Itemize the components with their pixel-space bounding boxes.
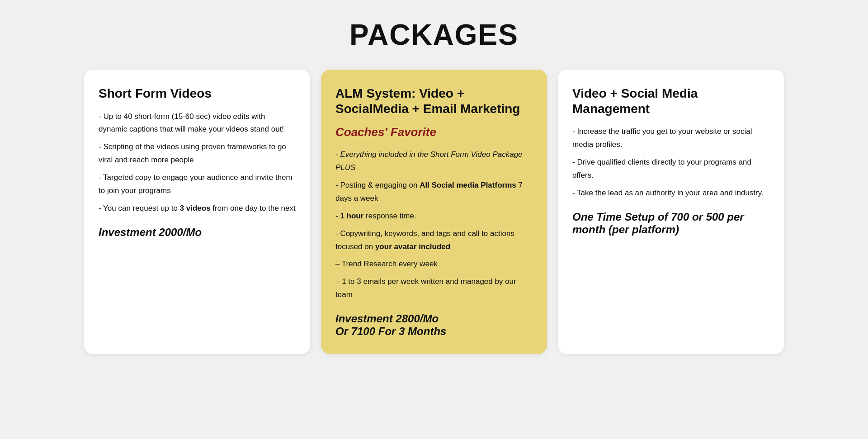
feature-item: - Drive qualified clients directly to yo… [572, 156, 769, 182]
feature-item: - You can request up to 3 videos from on… [99, 202, 296, 215]
page-title: PACKAGES [349, 18, 519, 52]
bold-highlight: your avatar included [375, 242, 450, 251]
feature-item: - 1 hour response time. [335, 210, 533, 223]
feature-item: - Up to 40 short-form (15-60 sec) video … [99, 110, 296, 137]
bold-highlight: 1 hour [340, 212, 363, 220]
feature-item: - Targeted copy to engage your audience … [99, 171, 296, 198]
package-title-short-form: Short Form Videos [99, 86, 296, 101]
package-title-alm: ALM System: Video + SocialMedia + Email … [335, 86, 533, 116]
package-card-social-media: Video + Social Media Management - Increa… [558, 70, 784, 354]
feature-item: – 1 to 3 emails per week written and man… [335, 275, 533, 302]
package-card-short-form: Short Form Videos - Up to 40 short-form … [84, 70, 310, 354]
feature-item: - Copywriting, keywords, and tags and ca… [335, 227, 533, 254]
package-features-social-media: - Increase the traffic you get to your w… [572, 125, 769, 199]
package-investment-alm: Investment 2800/MoOr 7100 For 3 Months [335, 312, 533, 338]
feature-item: - Take the lead as an authority in your … [572, 187, 769, 200]
italic-text: - Everything included in the Short Form … [335, 150, 523, 172]
packages-container: Short Form Videos - Up to 40 short-form … [72, 70, 796, 354]
feature-item: - Increase the traffic you get to your w… [572, 125, 769, 151]
feature-item: - Everything included in the Short Form … [335, 148, 533, 175]
coaches-favorite-label: Coaches' Favorite [335, 125, 533, 139]
feature-item: – Trend Research every week [335, 258, 533, 271]
package-investment-social-media: One Time Setup of 700 or 500 per month (… [572, 211, 769, 236]
package-features-short-form: - Up to 40 short-form (15-60 sec) video … [99, 110, 296, 215]
bold-highlight: All Social media Platforms [420, 181, 516, 189]
package-features-alm: - Everything included in the Short Form … [335, 148, 533, 302]
package-card-alm: ALM System: Video + SocialMedia + Email … [321, 70, 547, 354]
feature-item: - Posting & engaging on All Social media… [335, 179, 533, 205]
package-investment-short-form: Investment 2000/Mo [99, 226, 296, 239]
bold-highlight: 3 videos [180, 204, 211, 212]
package-title-social-media: Video + Social Media Management [572, 86, 769, 116]
feature-item: - Scripting of the videos using proven f… [99, 141, 296, 167]
